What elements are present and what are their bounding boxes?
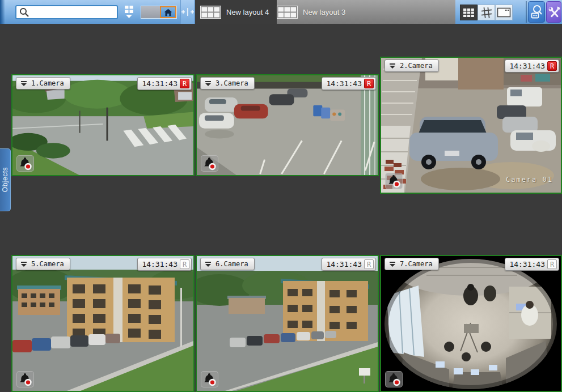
camera-5-video: [12, 256, 193, 391]
camera-name: 6.Camera: [215, 260, 248, 268]
objects-panel-tab[interactable]: Objects: [0, 148, 11, 211]
camera-tile-1[interactable]: 1.Camera 14:31:43 R: [11, 74, 195, 176]
search-input[interactable]: [29, 8, 117, 16]
camera-name: 3.Camera: [215, 79, 248, 87]
settings-tools-button[interactable]: [546, 1, 561, 23]
camera-6-video: [197, 256, 378, 391]
mosaic-view-icon: [463, 8, 474, 17]
record-indicator[interactable]: R: [547, 61, 557, 71]
camera-tile-5[interactable]: 5.Camera 14:31:43 R: [11, 255, 195, 392]
record-indicator[interactable]: R: [180, 79, 189, 88]
timestamp: 14:31:43: [326, 260, 362, 269]
layout-tab-icon: [200, 6, 221, 19]
chevron-down-icon: [20, 261, 28, 267]
workspace: Objects: [0, 24, 562, 392]
alarm-bell-icon: [202, 156, 217, 171]
timestamp-badge: 14:31:43 R: [137, 77, 192, 90]
splitter-icon: [181, 6, 195, 18]
alarm-bell-icon: [18, 156, 33, 171]
camera-7-video: [381, 256, 561, 391]
tab-new-layout-3[interactable]: New layout 3: [272, 0, 353, 24]
camera-osd-text: Camera 01: [506, 176, 553, 184]
alarm-icon[interactable]: [16, 155, 34, 172]
timestamp: 14:31:43: [142, 79, 178, 88]
camera-menu-button[interactable]: 1.Camera: [16, 77, 70, 90]
alarm-bell-icon: [386, 372, 402, 386]
timestamp: 14:31:43: [509, 260, 545, 269]
chevron-down-icon: [204, 261, 212, 267]
panel-splitter-handle[interactable]: [180, 0, 195, 24]
alarm-bell-icon: [386, 174, 402, 188]
camera-tile-7[interactable]: 7.Camera 14:31:43 R: [380, 255, 562, 392]
alarm-icon[interactable]: [201, 155, 218, 172]
timestamp-badge: 14:31:43 R: [505, 59, 559, 73]
camera-menu-button[interactable]: 5.Camera: [16, 258, 70, 270]
camera-search-icon: [530, 4, 543, 20]
camera-tile-3[interactable]: 3.Camera 14:31:43 R: [196, 74, 379, 176]
tab-label: New layout 4: [226, 8, 269, 16]
camera-name: 5.Camera: [31, 260, 64, 268]
timestamp: 14:31:43: [326, 79, 362, 88]
record-indicator[interactable]: R: [180, 259, 189, 269]
camera-name: 1.Camera: [31, 79, 64, 87]
layout-tab-strip: New layout 4 New layout 3: [195, 0, 455, 24]
tab-new-layout-4[interactable]: New layout 4: [195, 0, 277, 24]
alarm-bell-icon: [202, 372, 217, 386]
camera-name: 2.Camera: [400, 62, 433, 70]
camera-name: 7.Camera: [400, 260, 433, 268]
monitor-selector[interactable]: [141, 6, 177, 19]
grid-lines-icon: [480, 6, 493, 19]
timestamp-badge: 14:31:43 R: [137, 258, 192, 271]
toolbar-right-panel: [455, 0, 562, 24]
camera-tile-2[interactable]: 2.Camera 14:31:43 R Camera 01: [380, 57, 562, 194]
camera-search-panel-button[interactable]: [528, 1, 545, 23]
record-indicator[interactable]: R: [364, 79, 374, 88]
view-mode-group: [460, 5, 513, 20]
alarm-icon[interactable]: [385, 371, 403, 387]
window-view-button[interactable]: [495, 5, 513, 20]
toolbar-separator: [526, 1, 527, 23]
tab-label: New layout 3: [303, 8, 345, 16]
chevron-down-icon: [388, 261, 396, 267]
home-icon: [164, 8, 172, 16]
chevron-down-icon: [126, 15, 132, 18]
monitor-selector-home[interactable]: [160, 6, 176, 18]
alarm-bell-icon: [18, 372, 33, 386]
search-icon: [19, 7, 29, 18]
tools-icon: [547, 5, 561, 19]
timestamp-badge: 14:31:43 R: [505, 258, 559, 271]
camera-3-video: [197, 75, 378, 175]
alarm-icon[interactable]: [201, 371, 218, 387]
camera-1-video: [12, 75, 193, 175]
camera-menu-button[interactable]: 7.Camera: [384, 258, 439, 270]
top-toolbar: New layout 4 New layout 3: [0, 0, 562, 24]
layout-tab-icon: [277, 6, 298, 19]
toolbar-left-edge: [0, 0, 5, 24]
app-window: New layout 4 New layout 3: [0, 0, 562, 392]
timestamp: 14:31:43: [142, 260, 178, 269]
camera-tile-6[interactable]: 6.Camera 14:31:43 R: [196, 255, 379, 392]
grid-lines-view-button[interactable]: [478, 5, 495, 20]
camera-menu-button[interactable]: 2.Camera: [384, 59, 439, 72]
timestamp-badge: 14:31:43 R: [322, 77, 376, 90]
chevron-down-icon: [20, 80, 28, 86]
alarm-icon[interactable]: [16, 371, 34, 387]
objects-tab-label: Objects: [1, 167, 9, 192]
chevron-down-icon: [204, 80, 212, 86]
window-view-icon: [497, 7, 511, 18]
mosaic-view-button[interactable]: [460, 5, 478, 20]
camera-menu-button[interactable]: 3.Camera: [200, 77, 255, 90]
record-indicator[interactable]: R: [547, 259, 557, 269]
alarm-icon[interactable]: [385, 173, 403, 189]
monitor-selector-secondary[interactable]: [141, 6, 160, 18]
timestamp: 14:31:43: [509, 62, 545, 70]
camera-2-video: [381, 58, 561, 193]
record-indicator[interactable]: R: [364, 259, 374, 269]
search-box: [15, 5, 118, 19]
camera-menu-button[interactable]: 6.Camera: [200, 258, 255, 270]
chevron-down-icon: [388, 63, 396, 69]
layout-grid-selector-button[interactable]: [120, 0, 137, 24]
timestamp-badge: 14:31:43 R: [322, 258, 376, 271]
layout-grid-icon: [125, 6, 133, 13]
